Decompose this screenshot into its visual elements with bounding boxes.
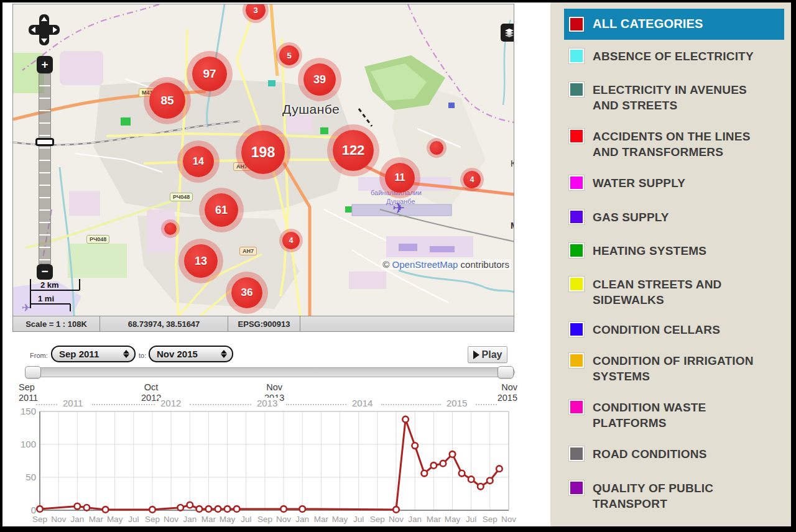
- map-attribution: © OpenStreetMap contributors: [381, 259, 511, 270]
- cluster-marker-5[interactable]: 5: [279, 45, 299, 65]
- airport-plane-icon: ✈: [22, 301, 30, 314]
- svg-text:Sep: Sep: [145, 515, 160, 524]
- svg-text:May: May: [107, 515, 123, 524]
- legend-item-label: ELECTRICITY IN AVENUES AND STREETS: [593, 82, 756, 113]
- svg-text:Jul: Jul: [466, 515, 476, 524]
- map-viewport[interactable]: 2 km 1 mi Душанбе байналмилалии Душанбе …: [12, 4, 514, 316]
- play-button[interactable]: Play: [468, 346, 507, 363]
- svg-text:Mar: Mar: [201, 515, 216, 524]
- cluster-marker-11[interactable]: 11: [385, 163, 415, 193]
- app-screen: 2 km 1 mi Душанбе байналмилалии Душанбе …: [0, 0, 796, 532]
- layer-switcher-button[interactable]: [501, 24, 514, 42]
- slider-handle-start[interactable]: [25, 366, 41, 378]
- from-label: From:: [30, 352, 48, 359]
- stepper-icon: [118, 347, 134, 361]
- pan-down-icon[interactable]: [41, 39, 47, 43]
- legend-item-all-categories[interactable]: ALL CATEGORIES: [564, 9, 784, 40]
- cluster-marker-39[interactable]: 39: [303, 63, 336, 96]
- point-marker[interactable]: [164, 222, 177, 235]
- svg-text:Jan: Jan: [408, 515, 422, 524]
- map-edge-label-k: К: [511, 158, 514, 168]
- category-legend: ALL CATEGORIESABSENCE OF ELECTRICITYELEC…: [550, 2, 791, 526]
- svg-text:Sep: Sep: [32, 515, 47, 524]
- svg-text:0: 0: [31, 505, 36, 515]
- attribution-suffix: contributors: [458, 259, 509, 270]
- category-color-swatch: [569, 17, 584, 32]
- category-color-swatch: [569, 82, 584, 97]
- time-range-slider[interactable]: [25, 367, 515, 377]
- svg-text:May: May: [445, 515, 461, 524]
- legend-item-label: WATER SUPPLY: [593, 175, 756, 191]
- from-select[interactable]: Sep 2011: [51, 346, 136, 362]
- svg-text:Jul: Jul: [353, 515, 364, 524]
- svg-text:100: 100: [21, 439, 36, 449]
- legend-item-label: CLEAN STREETS AND SIDEWALKS: [593, 277, 756, 308]
- category-color-swatch: [569, 277, 584, 291]
- road-ref-badge: РЧ048: [86, 235, 109, 244]
- play-icon: [473, 351, 479, 359]
- zoom-out-button[interactable]: −: [37, 264, 53, 280]
- layers-icon: [504, 27, 514, 39]
- play-button-label: Play: [482, 349, 502, 360]
- category-color-swatch: [569, 129, 584, 144]
- svg-text:Sep: Sep: [257, 515, 272, 524]
- legend-item-label: CONDITION OF IRRIGATION SYSTEMS: [593, 353, 756, 384]
- category-color-swatch: [569, 175, 584, 190]
- status-coordinates: 68.73974, 38.51647: [100, 316, 228, 331]
- svg-text:May: May: [220, 515, 236, 524]
- zoom-slider-track[interactable]: [39, 73, 51, 264]
- svg-text:Nov: Nov: [276, 515, 291, 524]
- from-select-value: Sep 2011: [52, 349, 118, 359]
- slider-range-label: Sep 2011: [19, 382, 38, 403]
- cluster-marker-4[interactable]: 4: [463, 171, 481, 188]
- cluster-marker-14[interactable]: 14: [183, 146, 214, 177]
- pan-up-icon[interactable]: [41, 17, 47, 21]
- cluster-marker-97[interactable]: 97: [192, 57, 227, 91]
- category-color-swatch: [569, 209, 584, 224]
- zoom-in-button[interactable]: +: [37, 56, 53, 73]
- legend-item-label: GAS SUPPLY: [593, 209, 756, 225]
- stepper-icon: [216, 347, 232, 361]
- legend-item-label: CONDITION WASTE PLATFORMS: [593, 400, 756, 431]
- svg-text:Jan: Jan: [183, 515, 197, 524]
- category-color-swatch: [569, 243, 584, 258]
- status-projection: EPSG:900913: [228, 316, 300, 331]
- airport-plane-icon: ✈: [392, 200, 405, 217]
- slider-handle-end[interactable]: [497, 366, 514, 378]
- cluster-marker-198[interactable]: 198: [241, 131, 285, 174]
- cluster-marker-85[interactable]: 85: [149, 83, 185, 119]
- status-empty: [300, 316, 514, 331]
- pan-control[interactable]: [29, 14, 60, 45]
- attribution-copyright: ©: [382, 259, 392, 270]
- point-marker[interactable]: [430, 141, 443, 155]
- svg-text:Jul: Jul: [128, 515, 139, 524]
- map-edge-label-m: М: [511, 221, 514, 231]
- legend-item-label: ALL CATEGORIES: [593, 16, 779, 32]
- legend-item-label: QUALITY OF PUBLIC TRANSPORT: [593, 480, 756, 511]
- slider-range-label: Nov 2015: [497, 382, 517, 403]
- legend-item-label: CONDITION CELLARS: [593, 322, 756, 337]
- status-scale: Scale = 1 : 108K: [13, 316, 100, 331]
- svg-text:Nov: Nov: [164, 515, 178, 524]
- cluster-marker-36[interactable]: 36: [231, 277, 262, 308]
- pan-left-icon[interactable]: [31, 27, 35, 33]
- category-color-swatch: [569, 48, 584, 63]
- scale-mi-label: 1 mi: [38, 294, 54, 303]
- svg-text:Mar: Mar: [427, 515, 442, 524]
- svg-text:Nov: Nov: [501, 515, 516, 524]
- cluster-marker-13[interactable]: 13: [184, 244, 218, 278]
- cluster-marker-122[interactable]: 122: [333, 130, 374, 171]
- to-select[interactable]: Nov 2015: [149, 346, 233, 362]
- pan-right-icon[interactable]: [53, 27, 57, 33]
- category-color-swatch: [569, 400, 584, 415]
- cluster-marker-4[interactable]: 4: [282, 232, 300, 249]
- road-ref-badge: РЧ048: [170, 193, 193, 201]
- svg-text:Mar: Mar: [314, 515, 329, 524]
- osm-link[interactable]: OpenStreetMap: [392, 259, 458, 270]
- category-color-swatch: [569, 322, 584, 337]
- cluster-marker-61[interactable]: 61: [205, 193, 238, 227]
- svg-text:Nov: Nov: [51, 515, 66, 524]
- svg-text:Sep: Sep: [370, 515, 385, 524]
- zoom-slider-handle[interactable]: [35, 138, 54, 146]
- page: 2 km 1 mi Душанбе байналмилалии Душанбе …: [2, 2, 791, 526]
